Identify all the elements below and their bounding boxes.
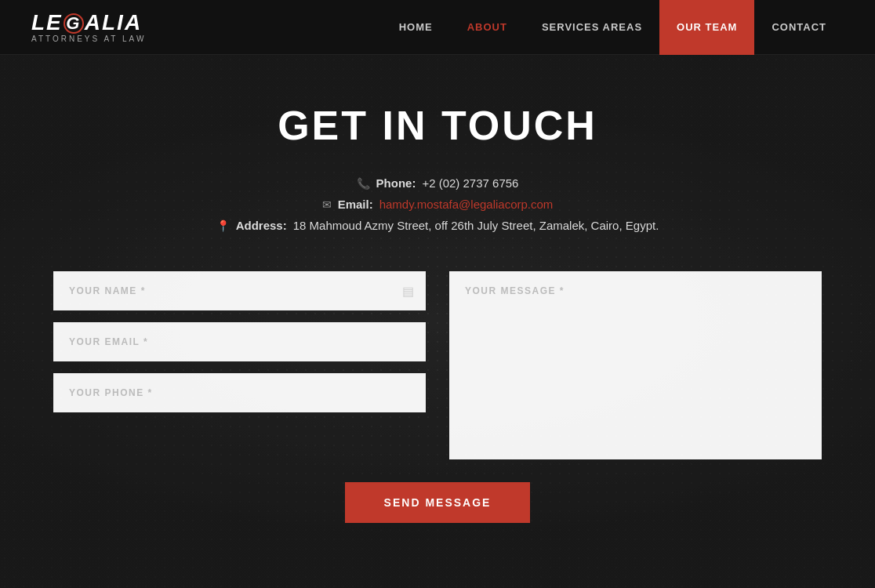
content-area: GET IN TOUCH 📞 Phone: +2 (02) 2737 6756 … [85, 102, 790, 271]
nav-item-our-team[interactable]: OUR TEAM [659, 0, 754, 55]
name-input-wrapper: ▤ [53, 271, 426, 310]
name-input[interactable] [53, 271, 426, 310]
contact-info: 📞 Phone: +2 (02) 2737 6756 ✉ Email: hamd… [85, 176, 790, 232]
phone-icon: 📞 [357, 177, 370, 190]
forms-and-button: ▤ SEND MESSAGE [53, 271, 822, 523]
nav-item-home[interactable]: HOME [382, 0, 450, 55]
main-section: GET IN TOUCH 📞 Phone: +2 (02) 2737 6756 … [0, 55, 875, 588]
header: LEGALIA ATTORNEYS AT LAW HOME ABOUT SERV… [0, 0, 875, 55]
main-nav: HOME ABOUT SERVICES AREAS OUR TEAM CONTA… [382, 0, 844, 55]
email-icon: ✉ [322, 198, 332, 211]
email-label: Email: [338, 198, 373, 211]
phone-input[interactable] [53, 373, 426, 412]
nav-item-contact[interactable]: CONTACT [754, 0, 844, 55]
send-message-button[interactable]: SEND MESSAGE [345, 482, 531, 523]
message-textarea[interactable] [449, 271, 822, 459]
phone-value: +2 (02) 2737 6756 [422, 176, 518, 190]
form-right-column [449, 271, 822, 463]
logo-title: LEGALIA [31, 11, 146, 35]
phone-label: Phone: [376, 176, 416, 190]
email-line: ✉ Email: hamdy.mostafa@legaliacorp.com [322, 198, 554, 211]
nav-item-about[interactable]: ABOUT [450, 0, 525, 55]
logo: LEGALIA ATTORNEYS AT LAW [31, 11, 146, 44]
address-label: Address: [236, 219, 287, 232]
logo-subtitle: ATTORNEYS AT LAW [31, 34, 146, 43]
send-btn-area: SEND MESSAGE [345, 482, 531, 523]
email-input[interactable] [53, 322, 426, 361]
address-value: 18 Mahmoud Azmy Street, off 26th July St… [293, 219, 659, 232]
email-value: hamdy.mostafa@legaliacorp.com [379, 198, 554, 211]
contact-form: ▤ [53, 271, 822, 463]
address-line: 📍 Address: 18 Mahmoud Azmy Street, off 2… [216, 219, 659, 232]
section-title: GET IN TOUCH [85, 102, 790, 149]
phone-line: 📞 Phone: +2 (02) 2737 6756 [357, 176, 519, 190]
form-left-column: ▤ [53, 271, 426, 463]
person-icon: ▤ [402, 284, 414, 299]
nav-item-services[interactable]: SERVICES AREAS [525, 0, 659, 55]
location-icon: 📍 [216, 220, 230, 232]
